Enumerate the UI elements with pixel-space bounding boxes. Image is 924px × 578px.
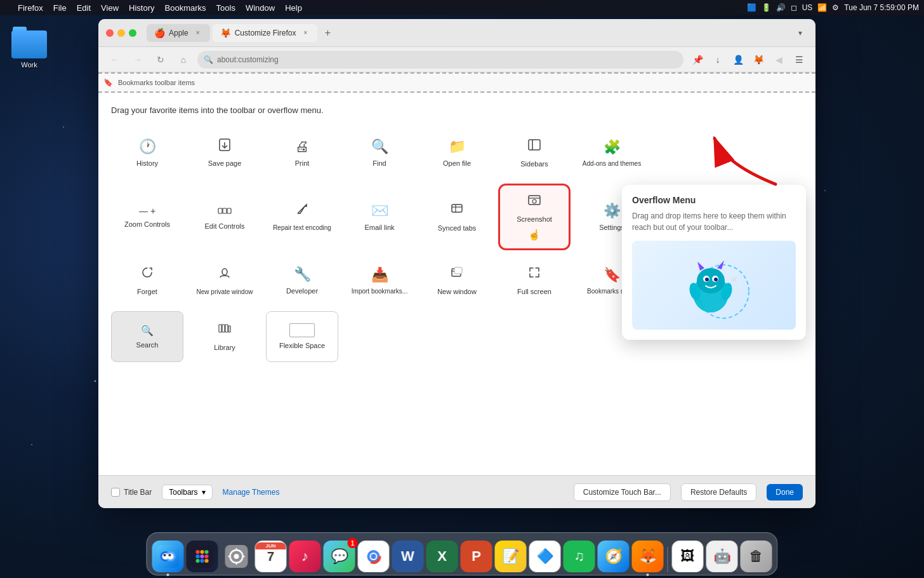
restore-defaults-button[interactable]: Restore Defaults <box>681 483 756 501</box>
svg-point-12 <box>222 269 227 275</box>
close-button[interactable] <box>106 29 114 37</box>
toolbar-item-search[interactable]: 🔍 Search <box>111 311 183 362</box>
customize-touch-bar-button[interactable]: Customize Touch Bar... <box>574 483 671 501</box>
toolbar-item-addons[interactable]: 🧩 Add-ons and themes <box>576 128 648 178</box>
toolbar-item-synced-tabs[interactable]: Synced tabs <box>421 184 493 250</box>
dock-item-calendar[interactable]: JUN 7 <box>255 541 287 572</box>
toolbar-item-email-link[interactable]: ✉️ Email link <box>343 184 416 250</box>
menubar-edit[interactable]: Edit <box>77 3 91 13</box>
toolbar-item-repair-text[interactable]: Repair text encoding <box>266 184 338 250</box>
minimize-button[interactable] <box>117 29 125 37</box>
menubar-help[interactable]: Help <box>285 3 302 13</box>
menubar-view[interactable]: View <box>101 3 119 13</box>
manage-themes-link[interactable]: Manage Themes <box>223 488 280 497</box>
dock-item-finder[interactable] <box>152 541 184 572</box>
dock-item-trash[interactable]: 🗑 <box>741 541 772 572</box>
toolbar-item-edit-controls[interactable]: Edit Controls <box>188 184 261 250</box>
dock-item-chrome[interactable] <box>358 541 390 572</box>
home-button[interactable]: ⌂ <box>175 51 192 69</box>
menubar-bookmarks[interactable]: Bookmarks <box>165 3 206 13</box>
save-page-label: Save page <box>208 159 242 168</box>
menubar-dropbox-icon: 🟦 <box>747 3 756 12</box>
toolbar-item-history[interactable]: 🕐 History <box>111 128 183 178</box>
dock-item-powerpoint[interactable]: P <box>461 541 492 572</box>
toolbar-item-new-private-window[interactable]: New private window <box>188 255 261 306</box>
tab-apple[interactable]: 🍎 Apple × <box>147 24 210 42</box>
toolbar-item-developer[interactable]: 🔧 Developer <box>266 255 338 306</box>
dock-item-word[interactable]: W <box>392 541 424 572</box>
toolbar-item-zoom-controls[interactable]: — + Zoom Controls <box>111 184 183 250</box>
toolbar-item-sidebars[interactable]: Sidebars <box>498 128 571 178</box>
dock-item-spotify[interactable]: ♫ <box>564 541 595 572</box>
toolbar-item-flexible-space[interactable]: Flexible Space <box>266 311 338 362</box>
reload-button[interactable]: ↻ <box>152 51 169 69</box>
dock-item-safari[interactable]: 🧭 <box>598 541 630 572</box>
toolbar-item-find[interactable]: 🔍 Find <box>343 128 416 178</box>
download-button[interactable]: ↓ <box>709 51 727 69</box>
menubar-window[interactable]: Window <box>246 3 275 13</box>
svg-point-46 <box>201 554 204 558</box>
edit-controls-icon <box>218 204 232 218</box>
chrome-icon <box>364 547 383 566</box>
dock-item-robot[interactable]: 🤖 <box>706 541 738 572</box>
edit-controls-label: Edit Controls <box>205 222 245 231</box>
toolbar-item-forget[interactable]: Forget <box>111 255 183 306</box>
svg-point-11 <box>532 199 536 203</box>
svg-point-50 <box>205 559 209 563</box>
dock-item-firefox[interactable]: 🦊 <box>632 541 664 572</box>
new-tab-button[interactable]: + <box>320 25 335 41</box>
dock-item-launchpad[interactable] <box>187 541 218 572</box>
title-bar: 🍎 Apple × 🦊 Customize Firefox × + ▾ <box>98 19 815 47</box>
bookmarks-menu-icon: 🔖 <box>604 267 621 283</box>
trash-icon: 🗑 <box>749 548 763 565</box>
back-button[interactable]: ← <box>106 51 124 69</box>
toolbars-dropdown[interactable]: Toolbars ▾ <box>162 485 212 500</box>
toolbar-item-print[interactable]: 🖨 Print <box>266 128 338 178</box>
menubar-keyboard-icon: US <box>802 3 813 12</box>
tab-customize-firefox[interactable]: 🦊 Customize Firefox × <box>213 24 318 42</box>
dock-item-notes[interactable]: 📝 <box>495 541 527 572</box>
dock-item-system-preferences[interactable] <box>221 541 253 572</box>
svg-point-39 <box>164 554 166 556</box>
search-icon: 🔍 <box>204 55 213 64</box>
search-label: Search <box>136 340 159 349</box>
toolbar-item-screenshot[interactable]: Screenshot ☝ <box>498 184 571 250</box>
maximize-button[interactable] <box>129 29 136 37</box>
search-toolbar-icon: 🔍 <box>141 325 154 337</box>
menubar-firefox[interactable]: Firefox <box>18 3 43 13</box>
toolbar-item-open-file[interactable]: 📁 Open file <box>421 128 493 178</box>
toolbar-item-library[interactable]: Library <box>188 311 261 362</box>
toolbar-item-new-window[interactable]: New window <box>421 255 493 306</box>
dock-item-messages[interactable]: 💬 1 <box>324 541 355 572</box>
svg-rect-17 <box>222 325 225 332</box>
title-bar-checkbox[interactable] <box>111 488 120 497</box>
desktop-icon-work[interactable]: Work <box>9 24 50 71</box>
forward-button[interactable]: → <box>129 51 147 69</box>
dock-item-preview[interactable]: 🖼 <box>672 541 704 572</box>
pocket-button[interactable]: 📌 <box>689 51 706 69</box>
address-bar[interactable]: 🔍 about:customizing <box>197 51 683 69</box>
firefox-account-button[interactable]: 🦊 <box>749 51 767 69</box>
done-button[interactable]: Done <box>767 484 803 501</box>
robot-icon: 🤖 <box>713 548 730 565</box>
repair-text-label: Repair text encoding <box>273 224 331 232</box>
menubar-file[interactable]: File <box>53 3 67 13</box>
account-button[interactable]: 👤 <box>729 51 747 69</box>
firefox-tab-close[interactable]: × <box>301 29 310 37</box>
history-icon: 🕐 <box>139 138 156 155</box>
menubar-control-icon: ⚙ <box>832 3 839 12</box>
dock-item-excel[interactable]: X <box>426 541 458 572</box>
toolbar-item-import-bookmarks[interactable]: 📥 Import bookmarks... <box>343 255 416 306</box>
apple-tab-close[interactable]: × <box>194 29 202 37</box>
dock-item-music[interactable]: ♪ <box>289 541 321 572</box>
menubar-history[interactable]: History <box>129 3 154 13</box>
toolbar-item-save-page[interactable]: Save page <box>188 128 261 178</box>
dock-item-slack[interactable]: 🔷 <box>529 541 561 572</box>
flexible-space-label: Flexible Space <box>279 341 325 350</box>
hamburger-menu[interactable]: ☰ <box>790 51 808 69</box>
tab-list-button[interactable]: ▾ <box>793 25 808 41</box>
library-label: Library <box>214 343 235 352</box>
toolbar-item-full-screen[interactable]: Full screen <box>498 255 571 306</box>
menubar-tools[interactable]: Tools <box>216 3 235 13</box>
bottom-bar: Title Bar Toolbars ▾ Manage Themes Custo… <box>98 475 815 508</box>
